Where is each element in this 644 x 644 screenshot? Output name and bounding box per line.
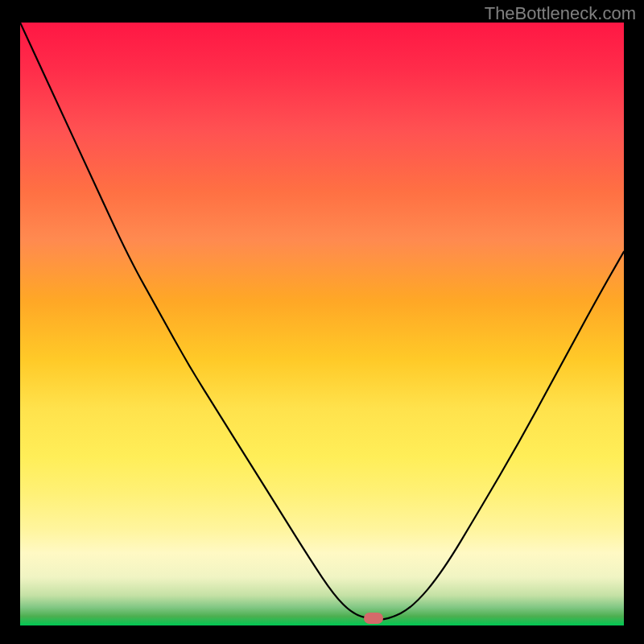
bottleneck-curve bbox=[20, 23, 624, 625]
optimal-point-marker bbox=[364, 613, 383, 624]
watermark-text: TheBottleneck.com bbox=[485, 3, 636, 24]
chart-container: TheBottleneck.com bbox=[0, 0, 644, 644]
plot-area bbox=[20, 23, 624, 625]
